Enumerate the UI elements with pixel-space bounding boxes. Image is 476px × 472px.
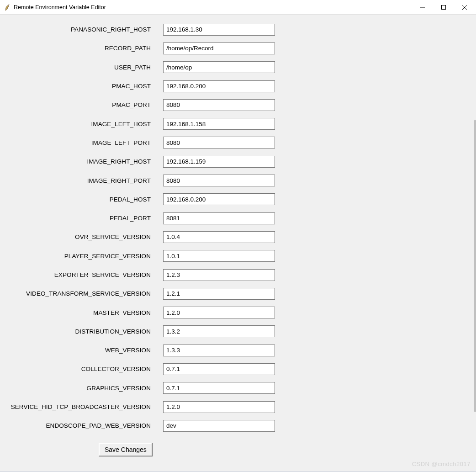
scrollbar-thumb[interactable] [474,120,476,412]
field-label: VIDEO_TRANSFORM_SERVICE_VERSION [0,290,155,297]
field-input[interactable] [163,420,275,432]
field-row: SERVICE_HID_TCP_BROADCASTER_VERSION [0,398,476,416]
field-row: IMAGE_LEFT_HOST [0,114,476,133]
field-row: IMAGE_RIGHT_PORT [0,171,476,190]
field-row: IMAGE_RIGHT_HOST [0,152,476,171]
field-label: PANASONIC_RIGHT_HOST [0,26,155,33]
field-input[interactable] [163,137,275,148]
field-label: OVR_SERVICE_VERSION [0,233,155,240]
field-label: PLAYER_SERVICE_VERSION [0,253,155,260]
field-input[interactable] [163,193,275,205]
window-title: Remote Environment Variable Editor [14,4,412,11]
close-button[interactable] [454,0,475,14]
field-input[interactable] [163,156,275,168]
field-input[interactable] [163,118,275,130]
field-label: IMAGE_RIGHT_PORT [0,177,155,184]
field-input[interactable] [163,288,275,300]
field-row: EXPORTER_SERVICE_VERSION [0,265,476,284]
save-button[interactable]: Save Changes [99,443,153,456]
field-label: GRAPHICS_VERSION [0,385,155,392]
field-row: VIDEO_TRANSFORM_SERVICE_VERSION [0,284,476,303]
minimize-button[interactable] [412,0,433,14]
field-row: ENDOSCOPE_PAD_WEB_VERSION [0,416,476,435]
field-label: IMAGE_LEFT_PORT [0,139,155,146]
form-content: PANASONIC_RIGHT_HOSTRECORD_PATHUSER_PATH… [0,15,476,472]
titlebar: Remote Environment Variable Editor [0,0,476,15]
field-row: RECORD_PATH [0,39,476,58]
field-input[interactable] [163,24,275,36]
button-row: Save Changes [0,435,476,456]
field-input[interactable] [163,307,275,318]
window-controls [412,0,475,14]
field-label: PMAC_PORT [0,101,155,108]
svg-rect-0 [442,5,446,9]
field-row: PMAC_PORT [0,95,476,114]
field-row: PEDAL_HOST [0,190,476,209]
maximize-button[interactable] [433,0,454,14]
field-input[interactable] [163,325,275,337]
field-label: PMAC_HOST [0,83,155,90]
field-row: PLAYER_SERVICE_VERSION [0,247,476,265]
field-input[interactable] [163,99,275,111]
field-label: IMAGE_RIGHT_HOST [0,158,155,165]
field-row: DISTRIBUTION_VERSION [0,322,476,341]
scrollbar[interactable] [473,15,476,445]
field-row: MASTER_VERSION [0,303,476,322]
field-input[interactable] [163,212,275,224]
field-input[interactable] [163,42,275,54]
field-input[interactable] [163,269,275,281]
field-row: WEB_VERSION [0,341,476,360]
field-label: IMAGE_LEFT_HOST [0,121,155,127]
field-input[interactable] [163,345,275,356]
field-label: PEDAL_PORT [0,215,155,222]
field-input[interactable] [163,231,275,243]
field-row: OVR_SERVICE_VERSION [0,228,476,246]
field-label: COLLECTOR_VERSION [0,366,155,372]
field-row: COLLECTOR_VERSION [0,360,476,378]
field-input[interactable] [163,61,275,73]
field-label: SERVICE_HID_TCP_BROADCASTER_VERSION [0,403,155,410]
field-row: PANASONIC_RIGHT_HOST [0,20,476,39]
field-input[interactable] [163,250,275,262]
app-icon [4,4,11,11]
field-label: ENDOSCOPE_PAD_WEB_VERSION [0,422,155,429]
field-label: WEB_VERSION [0,347,155,354]
field-input[interactable] [163,175,275,186]
field-label: PEDAL_HOST [0,196,155,203]
field-row: PEDAL_PORT [0,209,476,228]
field-label: RECORD_PATH [0,45,155,52]
field-input[interactable] [163,401,275,413]
field-row: IMAGE_LEFT_PORT [0,133,476,152]
field-input[interactable] [163,382,275,394]
field-label: DISTRIBUTION_VERSION [0,328,155,335]
field-row: PMAC_HOST [0,77,476,95]
field-input[interactable] [163,363,275,375]
field-label: MASTER_VERSION [0,309,155,316]
field-row: USER_PATH [0,58,476,77]
field-input[interactable] [163,80,275,92]
field-label: USER_PATH [0,64,155,71]
field-row: GRAPHICS_VERSION [0,379,476,398]
field-label: EXPORTER_SERVICE_VERSION [0,271,155,278]
